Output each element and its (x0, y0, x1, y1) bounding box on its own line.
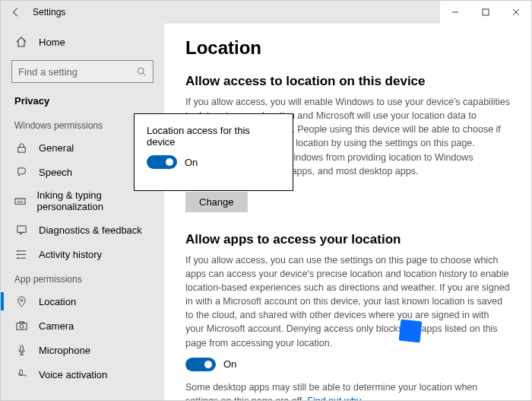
find-out-why-link[interactable]: Find out why (307, 396, 361, 400)
section2-title: Allow apps to access your location (185, 232, 510, 247)
sidebar-item-voice-activation[interactable]: Voice activation (1, 362, 164, 387)
sidebar-item-location[interactable]: Location (1, 289, 164, 313)
device-location-toggle-label: On (185, 157, 198, 168)
nav-label: Camera (39, 320, 74, 332)
search-icon (136, 66, 147, 77)
svg-line-5 (143, 73, 145, 75)
overlay-logo (399, 320, 423, 343)
sidebar-item-microphone[interactable]: Microphone (1, 338, 164, 362)
section2-body: If you allow access, you can use the set… (185, 253, 510, 350)
sidebar: Home Find a setting Privacy Windows perm… (1, 24, 164, 400)
nav-label: Microphone (39, 345, 90, 356)
location-access-popup: Location access for this device On (134, 113, 293, 191)
sidebar-item-camera[interactable]: Camera (1, 313, 164, 338)
svg-point-18 (16, 253, 17, 255)
nav-label: General (39, 142, 74, 154)
search-placeholder: Find a setting (18, 66, 78, 78)
desktop-apps-note: Some desktop apps may still be able to d… (185, 380, 510, 400)
section1-title: Allow access to location on this device (185, 74, 510, 89)
svg-rect-7 (15, 198, 25, 204)
nav-label: Location (39, 296, 76, 307)
page-title: Location (185, 37, 510, 59)
sidebar-item-activity[interactable]: Activity history (1, 242, 164, 266)
svg-rect-21 (16, 323, 26, 329)
svg-rect-24 (20, 345, 23, 351)
maximize-button[interactable] (470, 1, 501, 24)
nav-label: Diagnostics & feedback (39, 224, 142, 236)
svg-point-19 (16, 257, 17, 259)
change-button[interactable]: Change (185, 192, 248, 212)
feedback-icon (14, 223, 28, 237)
search-input[interactable]: Find a setting (11, 60, 154, 83)
window-title: Settings (33, 7, 65, 18)
apps-location-toggle-label: On (223, 358, 236, 370)
location-icon (14, 294, 28, 308)
apps-location-toggle[interactable] (185, 358, 216, 371)
lock-icon (14, 141, 28, 154)
sidebar-item-diagnostics[interactable]: Diagnostics & feedback (1, 218, 164, 242)
back-button[interactable] (1, 1, 31, 24)
svg-point-4 (138, 68, 144, 74)
sidebar-home-label: Home (39, 37, 65, 48)
window-controls (440, 1, 531, 24)
popup-title: Location access for this device (147, 125, 280, 148)
sidebar-heading-appperm: App permissions (1, 266, 164, 289)
minimize-button[interactable] (440, 1, 470, 24)
svg-rect-1 (483, 9, 489, 15)
svg-point-22 (20, 324, 24, 328)
svg-rect-23 (19, 321, 24, 323)
keyboard-icon (14, 194, 26, 208)
home-icon (14, 35, 28, 49)
nav-label: Inking & typing personalization (36, 189, 152, 212)
sidebar-home[interactable]: Home (1, 30, 164, 54)
titlebar: Settings (1, 1, 531, 24)
microphone-icon (14, 343, 28, 357)
svg-rect-25 (19, 369, 22, 374)
nav-label: Activity history (39, 249, 102, 260)
camera-icon (14, 319, 28, 333)
svg-rect-6 (17, 147, 24, 152)
speech-icon (14, 165, 28, 179)
device-location-toggle[interactable] (147, 155, 177, 169)
content-pane: Location Allow access to location on thi… (164, 24, 531, 400)
nav-label: Speech (39, 167, 72, 178)
sidebar-section-privacy[interactable]: Privacy (1, 89, 164, 113)
voice-icon (14, 368, 28, 381)
svg-point-17 (16, 250, 17, 251)
close-button[interactable] (501, 1, 531, 24)
history-icon (14, 247, 28, 261)
svg-rect-13 (17, 225, 25, 231)
nav-label: Voice activation (39, 369, 107, 380)
svg-point-20 (21, 299, 23, 301)
